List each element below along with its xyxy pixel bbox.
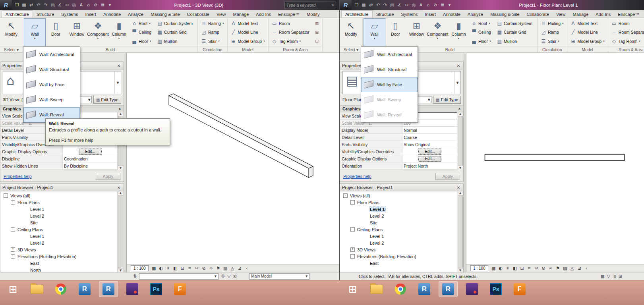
ribbon-tab[interactable]: Architecture — [341, 10, 373, 17]
temporary-hide-isolate-icon[interactable]: ∞ — [547, 266, 554, 271]
room-area-panel-label[interactable]: Room & Area — [608, 46, 644, 52]
room-button[interactable]: ▭ Room — [611, 19, 644, 28]
section-icon[interactable]: ⊘ — [92, 0, 99, 10]
room-separator-button[interactable]: ┄ Room Separator — [272, 28, 311, 37]
wall-by-face-item[interactable]: Wall by Face — [361, 77, 418, 92]
area-boundary-icon[interactable]: ⊞ — [314, 28, 320, 37]
sync-with-central-icon[interactable]: ⇄ — [28, 0, 35, 10]
edit-type-button[interactable]: ▦ Edit Type — [93, 96, 121, 104]
ribbon-tab[interactable]: Insert — [422, 11, 440, 17]
curtain-grid-button[interactable]: ▦ Curtain Grid — [497, 28, 534, 37]
taskbar-item[interactable]: R — [439, 282, 457, 297]
ribbon-tab[interactable]: Manage — [230, 11, 253, 17]
taskbar-item[interactable]: ⊞ — [4, 282, 22, 297]
chevron-down-icon[interactable]: ▼ — [454, 71, 460, 94]
collapse-viewbar-icon[interactable]: ‹ — [583, 266, 590, 271]
model-text-button[interactable]: A Model Text — [231, 19, 265, 28]
door-button[interactable]: ▯ Door — [45, 19, 66, 46]
taskbar-item[interactable] — [463, 282, 481, 297]
component-button[interactable]: ❖ Component ▾ — [427, 19, 448, 46]
tree-expander-icon[interactable]: - — [350, 254, 355, 259]
wall-architectural-item[interactable]: Wall: Architectural — [361, 47, 418, 62]
tree-expander-icon[interactable]: - — [4, 193, 8, 198]
tag-room-button[interactable]: ◇ Tag Room ▾ — [272, 37, 311, 45]
design-options-icon[interactable]: ⚙ — [221, 274, 225, 279]
close-icon[interactable]: ✕ — [456, 185, 461, 190]
ribbon-tab[interactable]: Analyze — [464, 11, 487, 17]
wall-by-face-item[interactable]: Wall by Face — [23, 77, 80, 92]
search-icon[interactable]: ⌖ — [332, 2, 334, 8]
taskbar-item[interactable]: F — [511, 282, 529, 297]
modify-button[interactable]: ↖ Modify — [1, 19, 21, 46]
rendering-icon[interactable]: ⊡ — [519, 266, 526, 271]
property-value[interactable]: Project North — [402, 162, 457, 169]
scroll-up-icon[interactable]: ▲ — [459, 191, 461, 195]
browser-scrollbar[interactable]: ▲ ▼ — [117, 191, 124, 272]
ribbon-tab[interactable]: Add-Ins — [252, 11, 275, 17]
temporary-view-properties-icon[interactable]: ▤ — [222, 266, 229, 271]
model-panel-label[interactable]: Model — [228, 46, 268, 52]
reveal-hidden-elements-icon[interactable]: ⚑ — [555, 266, 561, 271]
chevron-down-icon[interactable]: ▼ — [114, 71, 121, 94]
properties-help-link[interactable]: Properties help — [4, 174, 32, 179]
reveal-constraints-icon[interactable]: ⊿ — [236, 266, 243, 271]
ribbon-tab[interactable]: Enscape™ — [614, 11, 643, 17]
roof-button[interactable]: ⌂ Roof ▾ — [471, 19, 493, 28]
save-icon[interactable]: ▦ — [360, 0, 367, 10]
shadows-icon[interactable]: ◧ — [172, 266, 179, 271]
wall-button[interactable]: ▱ Wall ▾ — [24, 19, 45, 46]
workset-combo[interactable]: ▼ — [139, 273, 219, 280]
close-icon[interactable]: ✕ — [456, 64, 461, 68]
tree-expander-icon[interactable]: - — [11, 227, 15, 232]
wall-button[interactable]: ▱ Wall ▾ — [364, 19, 385, 46]
reveal-constraints-icon[interactable]: ⊿ — [576, 266, 583, 271]
application-menu-button[interactable]: R — [340, 0, 352, 10]
window-button[interactable]: ⊞ Window — [406, 19, 427, 46]
ribbon-tab[interactable]: Collaborate — [523, 11, 553, 17]
print-icon[interactable]: ▤ — [49, 0, 56, 10]
taskbar-item[interactable] — [391, 282, 410, 297]
taskbar-item[interactable] — [52, 282, 70, 297]
property-value[interactable]: By Discipline — [63, 162, 118, 169]
door-button[interactable]: ▯ Door — [385, 19, 406, 46]
model-text-button[interactable]: A Model Text — [571, 19, 605, 28]
tree-item[interactable]: - Elevations (Building Elevation) — [340, 253, 463, 260]
wall-structural-item[interactable]: Wall: Structural — [361, 62, 418, 77]
application-menu-button[interactable]: R — [0, 0, 12, 10]
aligned-dimension-icon[interactable]: ↔ — [64, 0, 70, 10]
close-icon[interactable]: ✕ — [116, 64, 122, 68]
window-button[interactable]: ⊞ Window — [66, 19, 87, 46]
crop-view-icon[interactable]: ⌗ — [186, 266, 193, 271]
tag-icon[interactable]: ◎ — [71, 0, 77, 10]
scroll-down-icon[interactable]: ▼ — [459, 166, 461, 170]
drawing-area-plan[interactable]: 1 : 100 ▦ ◐ ☀ ◧ ⊡ ⌗ ✂ ⊘ ∞ ⚑ ▤ — [466, 53, 644, 272]
property-value[interactable]: Normal — [402, 127, 457, 133]
model-line-button[interactable]: ╱ Model Line — [231, 28, 265, 37]
close-icon[interactable]: ✕ — [116, 185, 122, 190]
ribbon-tab[interactable]: Annotate — [100, 11, 124, 17]
column-button[interactable]: ▮ Column ▾ — [108, 19, 130, 46]
ribbon-tab[interactable]: Analyze — [124, 11, 147, 17]
taskbar-item[interactable]: ⊞ — [344, 282, 362, 297]
taskbar-item[interactable]: F — [171, 282, 189, 297]
press-drag-icon[interactable]: ⊞ — [619, 274, 622, 279]
model-group-button[interactable]: ⊞ Model Group ▾ — [231, 37, 265, 45]
design-option-combo[interactable]: Main Model ▼ — [249, 273, 309, 280]
aligned-dimension-icon[interactable]: ↔ — [403, 0, 410, 10]
sun-path-icon[interactable]: ☀ — [165, 266, 172, 271]
redo-icon[interactable]: ↷ — [42, 0, 49, 10]
ribbon-tab[interactable]: Structure — [33, 11, 58, 17]
curtain-grid-button[interactable]: ▦ Curtain Grid — [157, 28, 194, 37]
select-panel-label[interactable]: Select ▾ — [340, 46, 362, 52]
tree-expander-icon[interactable]: - — [11, 200, 15, 205]
column-button[interactable]: ▮ Column ▾ — [448, 19, 469, 46]
thin-lines-icon[interactable]: ≣ — [99, 0, 106, 10]
property-value[interactable]: Show Original — [402, 141, 457, 148]
taskbar-item[interactable]: Ps — [487, 282, 505, 297]
collapse-section-icon[interactable]: ∧ — [118, 107, 121, 111]
scroll-up-icon[interactable]: ▲ — [120, 191, 122, 195]
open-icon[interactable]: ❐ — [14, 0, 20, 10]
measure-icon[interactable]: ∡ — [396, 0, 403, 10]
properties-help-link[interactable]: Properties help — [343, 174, 371, 179]
drawing-area-3d[interactable]: 1 : 100 ▦ ◐ ☀ ◧ ⊡ ⌗ ✂ ⊘ ∞ ⚑ ▤ — [126, 53, 340, 272]
